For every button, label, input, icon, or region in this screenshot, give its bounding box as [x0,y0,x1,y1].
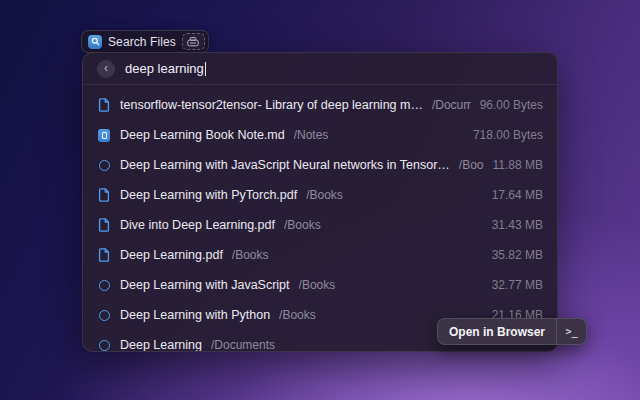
document-file-icon [97,218,111,232]
search-files-app-icon [88,35,102,49]
circle-file-icon [99,310,110,321]
circle-file-icon [97,310,111,321]
file-size: 11.88 MB [493,158,543,172]
file-size: 32.77 MB [492,278,543,292]
file-name: Deep Learning with JavaScript Neural net… [120,158,450,172]
file-size: 17.64 MB [492,188,543,202]
command-badge[interactable]: Search Files [81,30,209,53]
open-in-browser-label: Open in Browser [438,319,556,344]
file-result-row[interactable]: Deep Learning with JavaScript /Books 32.… [83,270,557,300]
file-path: /Books [232,248,269,262]
file-result-row[interactable]: Deep Learning Book Note.md /Notes 718.00… [83,120,557,150]
file-result-row[interactable]: tensorflow-tensor2tensor- Library of dee… [83,90,557,120]
file-name: tensorflow-tensor2tensor- Library of dee… [120,98,423,112]
file-size: 31.43 MB [492,218,543,232]
circle-file-icon [99,280,110,291]
file-size: 35.82 MB [492,248,543,262]
file-path: /Books [284,218,321,232]
file-name: Deep Learning [120,338,202,352]
file-size: 96.00 Bytes [480,98,543,112]
circle-file-icon [99,340,110,351]
desktop-background: Search Files ‹ deep learning tensorflow-… [0,0,640,400]
file-path: /Notes [294,128,329,142]
file-result-row[interactable]: Deep Learning with PyTorch.pdf /Books 17… [83,180,557,210]
file-path: /Documents/Graduate S… [432,98,471,112]
file-path: /Documents [211,338,275,352]
search-input-value: deep learning [125,61,204,76]
file-name: Deep Learning Book Note.md [120,128,285,142]
results-list: tensorflow-tensor2tensor- Library of dee… [83,85,557,352]
file-path: /Books [279,308,316,322]
search-files-window: ‹ deep learning tensorflow-tensor2tensor… [82,52,558,352]
file-path: /Books [306,188,343,202]
search-bar: ‹ deep learning [83,53,557,85]
document-file-icon [97,188,111,202]
circle-file-icon [97,280,111,291]
text-caret [205,62,207,76]
markdown-file-icon [97,129,111,142]
document-file-icon [97,98,111,112]
file-name: Deep Learning with JavaScript [120,278,290,292]
file-path: /Books/Deep Learning wi… [459,158,484,172]
file-name: Deep Learning.pdf [120,248,223,262]
file-result-row[interactable]: Deep Learning.pdf /Books 35.82 MB [83,240,557,270]
file-result-row[interactable]: Deep Learning with JavaScript Neural net… [83,150,557,180]
printer-icon [182,33,205,50]
chevron-left-icon[interactable]: ‹ [97,60,115,78]
file-path: /Books [299,278,336,292]
file-result-row[interactable]: Dive into Deep Learning.pdf /Books 31.43… [83,210,557,240]
document-file-icon [97,248,111,262]
search-input[interactable]: deep learning [125,61,206,76]
file-size: 718.00 Bytes [473,128,543,142]
file-name: Dive into Deep Learning.pdf [120,218,275,232]
circle-file-icon [99,160,110,171]
command-badge-label: Search Files [108,35,176,49]
file-name: Deep Learning with Python [120,308,270,322]
circle-file-icon [97,340,111,351]
markdown-note-icon [98,129,110,142]
terminal-key-icon: >_ [556,319,586,344]
circle-file-icon [97,160,111,171]
file-name: Deep Learning with PyTorch.pdf [120,188,297,202]
open-in-browser-button[interactable]: Open in Browser >_ [437,318,587,345]
